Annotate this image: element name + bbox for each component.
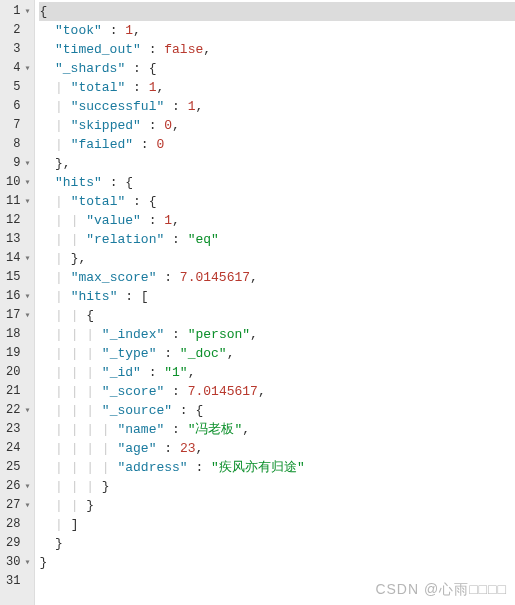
line-number: 4▾	[6, 59, 32, 78]
code-line: | | | "_index" : "person",	[39, 325, 515, 344]
fold-icon[interactable]: ▾	[22, 496, 32, 515]
line-number: 19	[6, 344, 32, 363]
fold-icon[interactable]: ▾	[22, 192, 32, 211]
fold-icon[interactable]: ▾	[22, 287, 32, 306]
code-line: | "failed" : 0	[39, 135, 515, 154]
code-line: | "total" : 1,	[39, 78, 515, 97]
fold-icon[interactable]: ▾	[22, 477, 32, 496]
line-number: 27▾	[6, 496, 32, 515]
line-number: 8	[6, 135, 32, 154]
line-number-gutter: 1▾234▾56789▾10▾11▾121314▾1516▾17▾1819202…	[0, 0, 35, 605]
code-line: | "skipped" : 0,	[39, 116, 515, 135]
code-line: | "successful" : 1,	[39, 97, 515, 116]
line-number: 5	[6, 78, 32, 97]
line-number: 7	[6, 116, 32, 135]
line-number: 29	[6, 534, 32, 553]
line-number: 18	[6, 325, 32, 344]
line-number: 23	[6, 420, 32, 439]
code-line: | ]	[39, 515, 515, 534]
line-number: 30▾	[6, 553, 32, 572]
fold-icon[interactable]: ▾	[22, 154, 32, 173]
fold-icon[interactable]: ▾	[22, 401, 32, 420]
line-number: 1▾	[6, 2, 32, 21]
code-line: | "max_score" : 7.0145617,	[39, 268, 515, 287]
line-number: 17▾	[6, 306, 32, 325]
code-line: | | | "_score" : 7.0145617,	[39, 382, 515, 401]
code-line: | | | | "name" : "冯老板",	[39, 420, 515, 439]
line-number: 12	[6, 211, 32, 230]
line-number: 6	[6, 97, 32, 116]
line-number: 13	[6, 230, 32, 249]
fold-icon[interactable]: ▾	[22, 306, 32, 325]
code-line: | "total" : {	[39, 192, 515, 211]
line-number: 9▾	[6, 154, 32, 173]
code-line: {	[39, 2, 515, 21]
code-line: | | | "_id" : "1",	[39, 363, 515, 382]
line-number: 3	[6, 40, 32, 59]
code-line: | | | "_source" : {	[39, 401, 515, 420]
code-line: }	[39, 534, 515, 553]
code-line: "timed_out" : false,	[39, 40, 515, 59]
line-number: 16▾	[6, 287, 32, 306]
code-line: }	[39, 553, 515, 572]
code-line: | | "value" : 1,	[39, 211, 515, 230]
line-number: 20	[6, 363, 32, 382]
line-number: 2	[6, 21, 32, 40]
fold-icon[interactable]: ▾	[22, 2, 32, 21]
line-number: 10▾	[6, 173, 32, 192]
line-number: 11▾	[6, 192, 32, 211]
line-number: 31	[6, 572, 32, 591]
code-line: "hits" : {	[39, 173, 515, 192]
line-number: 15	[6, 268, 32, 287]
fold-icon[interactable]: ▾	[22, 249, 32, 268]
code-line: | | {	[39, 306, 515, 325]
code-line: | | }	[39, 496, 515, 515]
code-line	[39, 572, 515, 591]
code-line: | | | | "address" : "疾风亦有归途"	[39, 458, 515, 477]
code-line: | | | }	[39, 477, 515, 496]
line-number: 22▾	[6, 401, 32, 420]
fold-icon[interactable]: ▾	[22, 59, 32, 78]
code-line: "_shards" : {	[39, 59, 515, 78]
json-editor: 1▾234▾56789▾10▾11▾121314▾1516▾17▾1819202…	[0, 0, 515, 605]
line-number: 28	[6, 515, 32, 534]
code-line: | "hits" : [	[39, 287, 515, 306]
line-number: 24	[6, 439, 32, 458]
line-number: 21	[6, 382, 32, 401]
code-line: "took" : 1,	[39, 21, 515, 40]
line-number: 26▾	[6, 477, 32, 496]
code-line: | | | "_type" : "_doc",	[39, 344, 515, 363]
code-line: },	[39, 154, 515, 173]
code-line: | },	[39, 249, 515, 268]
line-number: 25	[6, 458, 32, 477]
code-content[interactable]: { "took" : 1, "timed_out" : false, "_sha…	[35, 0, 515, 605]
line-number: 14▾	[6, 249, 32, 268]
code-line: | | "relation" : "eq"	[39, 230, 515, 249]
fold-icon[interactable]: ▾	[22, 173, 32, 192]
fold-icon[interactable]: ▾	[22, 553, 32, 572]
code-line: | | | | "age" : 23,	[39, 439, 515, 458]
